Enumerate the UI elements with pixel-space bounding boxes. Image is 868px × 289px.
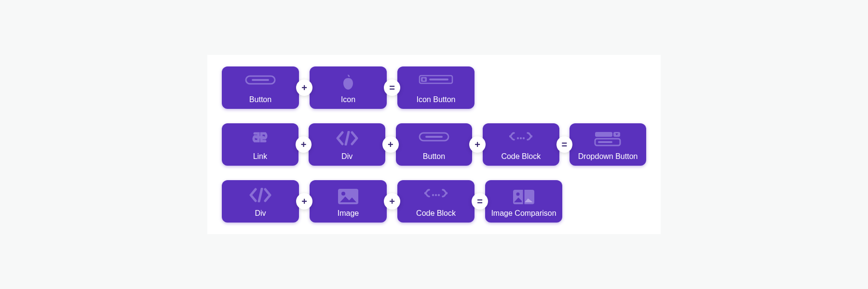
card-div: Div [309,123,385,166]
svg-rect-1 [252,79,269,81]
diagram-page: Button + Icon = Icon Button Link + Div [0,0,868,289]
card-label: Icon Button [417,95,456,104]
svg-rect-11 [595,132,612,137]
operator-plus: + [469,136,486,153]
card-label: Image Comparison [491,209,556,218]
link-icon [247,131,273,144]
svg-rect-14 [598,141,612,143]
card-dropdown-button: Dropdown Button [570,123,646,166]
card-icon-button: Icon Button [397,66,475,109]
svg-point-8 [517,137,519,139]
svg-point-18 [435,194,437,196]
image-comparison-icon [512,188,536,206]
card-code-block: Code Block [397,180,475,223]
card-image: Image [310,180,387,223]
card-button: Button [396,123,473,166]
code-block-icon [506,131,535,145]
operator-plus: + [382,136,399,153]
operator-equals: = [384,79,400,96]
svg-point-16 [341,192,345,196]
icon-button-icon [419,74,453,85]
card-image-comparison: Image Comparison [485,180,562,223]
card-label: Dropdown Button [578,152,638,161]
button-icon [419,131,449,143]
operator-plus: + [296,193,312,210]
card-button: Button [222,66,299,109]
div-icon [247,188,274,202]
equation-row: Link + Div + Button + Code Block = Dropd… [222,123,646,166]
card-icon: Icon [310,66,387,109]
equation-row: Div + Image + Code Block = Image Compari… [222,180,646,223]
svg-rect-7 [425,136,443,138]
card-div: Div [222,180,299,223]
diagram-canvas: Button + Icon = Icon Button Link + Div [207,55,661,234]
svg-point-10 [523,137,525,139]
card-label: Image [338,209,359,218]
button-icon [245,74,276,86]
code-block-icon [421,188,450,202]
dropdown-button-icon [593,131,623,147]
card-label: Code Block [501,152,541,161]
div-icon [334,131,361,145]
operator-plus: + [296,136,312,153]
card-label: Link [253,152,267,161]
card-label: Code Block [416,209,456,218]
svg-rect-5 [255,136,265,139]
operator-plus: + [296,79,312,96]
card-link: Link [222,123,298,166]
operator-plus: + [384,193,400,210]
operator-equals: = [556,136,573,153]
svg-rect-4 [429,79,448,80]
apple-icon [340,74,356,91]
card-label: Div [255,209,266,218]
card-label: Button [423,152,445,161]
svg-point-21 [516,193,520,196]
card-label: Div [341,152,353,161]
equation-row: Button + Icon = Icon Button [222,66,646,109]
svg-point-17 [432,194,434,196]
svg-point-9 [520,137,522,139]
svg-point-19 [438,194,440,196]
image-icon [337,188,359,205]
card-label: Button [249,95,271,104]
operator-equals: = [472,193,488,210]
card-label: Icon [341,95,355,104]
card-code-block: Code Block [483,123,559,166]
